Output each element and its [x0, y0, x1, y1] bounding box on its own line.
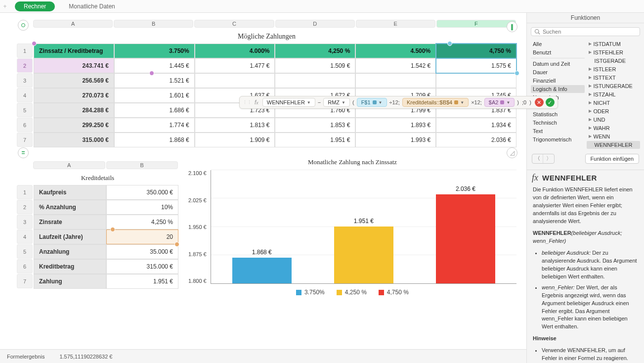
- selection-handle[interactable]: [32, 41, 37, 46]
- row-header-1[interactable]: 1: [17, 44, 33, 58]
- col-header-b[interactable]: B: [114, 20, 193, 28]
- chart-plot[interactable]: 2.100 € 2.025 € 1.950 € 1.875 € 1.800 € …: [188, 170, 516, 284]
- cell-f2[interactable]: 1.575 €: [436, 58, 516, 73]
- col-header-f[interactable]: F: [436, 20, 516, 28]
- col-header-e[interactable]: E: [356, 20, 435, 28]
- cell-b5[interactable]: 1.686 €: [114, 103, 195, 118]
- formula-ref-a2[interactable]: $A2▼: [484, 98, 515, 107]
- row-header-4[interactable]: 4: [17, 88, 33, 102]
- cell-e3[interactable]: [355, 73, 436, 88]
- kd-row-6[interactable]: 6: [17, 259, 33, 273]
- kd-col-b[interactable]: B: [106, 161, 178, 169]
- selection-handle[interactable]: [149, 71, 154, 76]
- formula-ref-f1[interactable]: F$1▼: [357, 98, 387, 107]
- function-item[interactable]: ▶ISTLEER: [587, 65, 641, 73]
- col-header-c[interactable]: C: [194, 20, 274, 28]
- cell-e7[interactable]: 1.993 €: [355, 133, 436, 147]
- category-item[interactable]: Text: [531, 127, 585, 135]
- add-sheet-button[interactable]: +: [0, 3, 10, 10]
- cell-e6[interactable]: 1.893 €: [355, 118, 436, 133]
- kd-row-1[interactable]: 1: [17, 185, 33, 199]
- search-input-wrap[interactable]: [531, 27, 640, 36]
- category-item[interactable]: Alle: [531, 40, 585, 48]
- formula-func-wennfehler[interactable]: WENNFEHLER▼: [262, 98, 315, 107]
- cell-a4[interactable]: 270.073 €: [34, 88, 114, 103]
- payments-head-rowcol[interactable]: Zinssatz / Kreditbetrag: [34, 44, 114, 58]
- cell-f7[interactable]: 2.036 €: [436, 133, 516, 147]
- category-item[interactable]: Trigonometrisch: [531, 136, 585, 143]
- cell-d3[interactable]: [275, 73, 355, 88]
- resize-table-handle[interactable]: ◿: [507, 147, 517, 158]
- function-item[interactable]: ISTGERADE: [587, 57, 641, 65]
- kd-value-zinsrate[interactable]: 4,250 %: [106, 215, 179, 229]
- function-item[interactable]: ▶WENN: [587, 133, 641, 140]
- selection-handle[interactable]: [447, 41, 452, 46]
- payments-head-f[interactable]: 4,750 %: [436, 44, 516, 58]
- category-item[interactable]: Statistisch: [531, 110, 585, 118]
- payments-head-c[interactable]: 4.000%: [195, 44, 275, 58]
- formula-func-rmz[interactable]: RMZ▼: [323, 98, 350, 107]
- insert-function-button[interactable]: Funktion einfügen: [585, 154, 639, 164]
- selection-handle[interactable]: [110, 227, 115, 232]
- cell-c7[interactable]: 1.909 €: [195, 133, 275, 147]
- cell-a2[interactable]: 243.741 €: [34, 58, 114, 73]
- tab-monatliche-daten[interactable]: Monatliche Daten: [60, 1, 124, 11]
- cell-f6[interactable]: 1.934 €: [436, 118, 516, 133]
- category-item[interactable]: Datum und Zeit: [531, 60, 585, 68]
- row-header-7[interactable]: 7: [17, 133, 33, 147]
- kd-value-zahlung[interactable]: 1.951 €: [106, 274, 179, 289]
- kd-value-anzahlung[interactable]: 35.000 €: [106, 244, 179, 259]
- function-item[interactable]: ▶ISTFEHLER: [587, 48, 641, 56]
- cell-f3[interactable]: [436, 73, 516, 88]
- kd-value-kaufpreis[interactable]: 350.000 €: [106, 185, 179, 200]
- kd-row-4[interactable]: 4: [17, 229, 33, 244]
- payments-head-b[interactable]: 3.750%: [114, 44, 195, 58]
- function-item[interactable]: ▶ODER: [587, 107, 641, 115]
- nav-back-button[interactable]: 〈: [532, 154, 543, 163]
- cell-d6[interactable]: 1.853 €: [275, 118, 355, 133]
- function-item[interactable]: ▶WAHR: [587, 124, 641, 132]
- function-item[interactable]: ▶ISTUNGERADE: [587, 82, 641, 90]
- category-item[interactable]: Benutzt: [531, 48, 585, 56]
- cell-b4[interactable]: 1.601 €: [114, 88, 195, 103]
- selection-handle[interactable]: [515, 71, 519, 76]
- cell-b3[interactable]: 1.521 €: [114, 73, 195, 88]
- nav-forward-button[interactable]: 〉: [543, 154, 554, 163]
- kd-label-laufzeit[interactable]: Laufzeit (Jahre): [34, 229, 106, 244]
- kd-row-7[interactable]: 7: [17, 274, 33, 288]
- cell-d7[interactable]: 1.951 €: [275, 133, 355, 147]
- cell-a5[interactable]: 284.288 €: [34, 103, 114, 118]
- chart-bar-3[interactable]: 2.036 €: [436, 194, 495, 283]
- add-row-handle[interactable]: =: [18, 147, 29, 158]
- chart-bar-1[interactable]: 1.868 €: [232, 258, 292, 283]
- col-header-a[interactable]: A: [33, 20, 113, 28]
- add-column-handle[interactable]: ‖: [507, 21, 517, 32]
- chart-bar-2[interactable]: 1.951 €: [334, 227, 393, 283]
- kd-row-5[interactable]: 5: [17, 244, 33, 259]
- kd-row-2[interactable]: 2: [17, 200, 33, 214]
- cell-d2[interactable]: 1.509 €: [275, 58, 355, 73]
- formula-confirm-button[interactable]: ✓: [546, 98, 555, 107]
- cell-a7[interactable]: 315.000 €: [34, 133, 114, 147]
- function-item[interactable]: ▶ISTTEXT: [587, 74, 641, 82]
- kd-value-laufzeit[interactable]: 20: [106, 229, 179, 244]
- row-header-5[interactable]: 5: [17, 103, 33, 117]
- payments-head-d[interactable]: 4,250 %: [275, 44, 355, 58]
- function-item[interactable]: ▶NICHT: [587, 99, 641, 107]
- drag-grip-icon[interactable]: ⋮⋮: [243, 100, 252, 105]
- search-input[interactable]: [543, 29, 637, 35]
- payments-head-e[interactable]: 4.500%: [355, 44, 436, 58]
- kd-value-anzahlung-pct[interactable]: 10%: [106, 200, 179, 215]
- cell-c6[interactable]: 1.813 €: [195, 118, 275, 133]
- kd-col-a[interactable]: A: [33, 161, 105, 169]
- kd-row-3[interactable]: 3: [17, 215, 33, 229]
- kd-label-anzahlung[interactable]: Anzahlung: [34, 244, 106, 259]
- cell-c3[interactable]: [195, 73, 275, 88]
- category-item[interactable]: Technisch: [531, 119, 585, 127]
- cell-a3[interactable]: 256.569 €: [34, 73, 114, 88]
- cell-e2[interactable]: 1.542 €: [355, 58, 436, 73]
- function-item[interactable]: ▶ISTDATUM: [587, 40, 641, 48]
- row-header-3[interactable]: 3: [17, 73, 33, 88]
- kd-label-kaufpreis[interactable]: Kaufpreis: [34, 185, 106, 200]
- cell-b6[interactable]: 1.774 €: [114, 118, 195, 133]
